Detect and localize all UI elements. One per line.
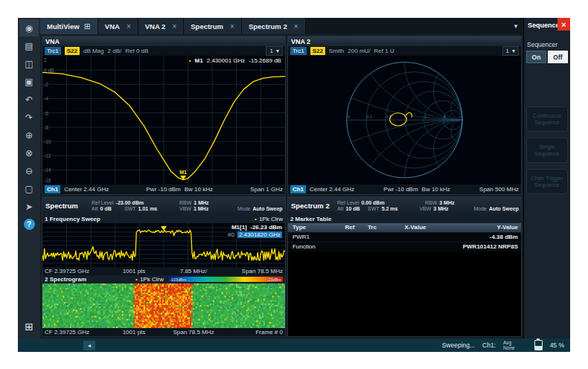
chevron-down-icon: ▾ [512,48,515,54]
window-spectrum2[interactable]: Spectrum 2 Ref Level0.00 dBm RBW3 MHz At… [287,196,522,337]
channel-chip[interactable]: Ch1 [45,185,60,193]
close-icon[interactable]: × [557,18,570,31]
channel-info-bar: Ch1 Center 2.44 GHz Pwr -10 dBm Bw 10 kH… [288,184,521,194]
sequencer-off-button[interactable]: Off [548,51,568,63]
span: Span 500 MHz [479,186,519,193]
tab-multiview[interactable]: MultiView ⊞ [40,18,98,34]
svg-text:0: 0 [348,115,350,119]
tab-vna[interactable]: VNA × [98,18,138,34]
trace-format: Smith [329,48,344,54]
display-icon[interactable]: ▢ [19,180,39,197]
left-toolbar: ◉ ▤ ◫ ▣ ↶ ↷ ⊕ ⊗ ⊖ ▢ ➤ ? ⊞ [18,18,40,338]
svg-text:2: 2 [424,115,426,119]
y-axis-label: -4 [44,96,48,101]
redo-icon[interactable]: ↷ [19,109,39,126]
single-sequence-button[interactable]: Single Sequence [526,138,568,163]
sweep-title-bar: 1 Frequency Sweep • 1Pk Clrw [42,215,285,223]
marker-table-title-bar: 2 Marker Table [288,215,521,223]
smith-chart: 0 0.2 0.5 1 2 5 ∞ [288,56,521,184]
tab-overflow-button[interactable]: ▾ [508,18,523,34]
trace-selector[interactable]: 1 ▾ [502,46,519,56]
sequencer-section-label: Sequencer [524,34,570,51]
center-freq: Center 2.44 GHz [64,186,109,193]
chan-trigger-sequence-button[interactable]: Chan Trigger Sequence [526,169,568,194]
open-icon[interactable]: ▣ [19,73,39,90]
window-vna2[interactable]: VNA 2 Trc1 S22 Smith 200 mU/ Ref 1 U 1 ▾ [287,36,522,195]
windows-icon[interactable]: ⊞ [19,318,39,335]
sequencer-mode-buttons: Continuous Sequence Single Sequence Chan… [524,106,570,194]
trace-chip[interactable]: Trc1 [290,47,307,55]
average-indicator: Avg None [503,340,515,350]
tab-close-icon[interactable]: × [127,22,131,31]
continuous-sequence-button[interactable]: Continuous Sequence [526,106,568,132]
span: Span 1 GHz [250,186,283,193]
tab-close-icon[interactable]: × [172,22,176,31]
window-title: Spectrum [42,202,92,210]
vna-plot [42,56,285,184]
softkey-panel-header: Sequencer × [524,18,570,34]
table-row[interactable]: Function PWR101412 NRP8S [288,242,521,251]
svg-text:5: 5 [444,115,446,119]
spectrogram-canvas [42,283,285,328]
sweep-graph-area[interactable]: M1[1] -26.23 dBm #02.4301820 GHz [42,223,285,268]
softkey-panel: Sequencer × Sequencer On Off Continuous … [523,18,570,338]
smith-chart-area[interactable]: 0 0.2 0.5 1 2 5 ∞ [288,56,521,184]
tab-label: Spectrum [191,22,223,31]
chevron-down-icon: ▾ [514,22,518,30]
page: ◉ ▤ ◫ ▣ ↶ ↷ ⊕ ⊗ ⊖ ▢ ➤ ? ⊞ MultiView ⊞ VN… [0,0,588,369]
window-spectrum[interactable]: Spectrum Ref Level-23.00 dBm RBW1 MHz At… [42,196,286,337]
y-axis-label: -12 [44,153,51,158]
tab-spectrum2[interactable]: Spectrum 2 × [242,18,306,34]
trace-scale: 200 mU/ [348,48,370,54]
undo-icon[interactable]: ↶ [19,91,39,108]
tab-vna2[interactable]: VNA 2 × [138,18,184,34]
zoom-out-icon[interactable]: ⊖ [19,162,39,179]
trace-legend: • 1Pk Clrw [255,216,283,222]
window-vna[interactable]: VNA Trc1 S22 dB Mag 2 dB/ Ref 0 dB 1 ▾ [42,36,286,195]
tab-label: VNA [105,22,120,31]
trace-settings-bar: Trc1 S22 dB Mag 2 dB/ Ref 0 dB 1 ▾ [42,46,285,56]
y-axis-label: -6 [44,110,48,115]
zoom-in-icon[interactable]: ⊕ [19,126,39,144]
spectrogram-axis-bar: CF 2.39725 GHz 1001 pts Span 78.5 MHz Fr… [42,328,285,336]
tab-close-icon[interactable]: × [294,22,298,31]
chevron-down-icon: ▾ [276,48,279,54]
trace-format: dB Mag [83,48,104,54]
channel-chip[interactable]: Ch1 [290,185,306,193]
marker-m1[interactable]: M1 [179,170,187,180]
save-icon[interactable]: ◫ [19,55,39,72]
sweep-axis-bar: CF 2.39725 GHz 1001 pts 7.85 MHz/ Span 7… [42,267,285,275]
y-axis-label: 0 dB [44,68,54,73]
camera-icon[interactable]: ◉ [19,19,39,36]
sparam-chip[interactable]: S22 [310,47,325,55]
marker-table-header: Type Ref Trc X-Value Y-Value [288,223,521,232]
channel-info-bar: Ch1 Center 2.44 GHz Pwr -10 dBm Bw 10 kH… [42,184,285,194]
statusbar-collapse-button[interactable]: ◂ [83,341,95,350]
sweep-status: Sweeping... [442,341,475,349]
trace-chip[interactable]: Trc1 [45,47,61,55]
y-axis-label: -16 [44,178,51,183]
vna-graph-area[interactable]: 2 0 dB -2 -4 -6 -8 -10 -12 -14 -16 • M1 [42,56,285,184]
help-icon[interactable]: ? [19,216,39,233]
pointer-help-icon[interactable]: ➤ [19,198,39,215]
marker-readout: • M1 2.430001 GHz -15.2689 dB [189,57,281,64]
trace-legend: • 1Pk Clrw [135,276,164,283]
tab-label: Spectrum 2 [249,22,287,31]
print-icon[interactable]: ▤ [19,37,39,54]
sequencer-on-button[interactable]: On [526,51,546,63]
zoom-off-icon[interactable]: ⊗ [19,144,39,161]
sparam-chip[interactable]: S22 [65,47,80,55]
window-title: VNA 2 [288,36,521,46]
tab-spectrum[interactable]: Spectrum × [184,18,242,34]
window-header: Spectrum 2 Ref Level0.00 dBm RBW3 MHz At… [288,197,521,215]
marker-m1[interactable] [161,226,167,231]
tab-close-icon[interactable]: × [230,22,234,31]
measurement-settings: Ref Level0.00 dBm RBW3 MHz Att10 dB SWT5… [337,200,521,211]
trace-selector[interactable]: 1 ▾ [266,46,282,56]
battery-icon [534,340,543,350]
tab-label: MultiView [47,22,80,31]
spectrogram-area[interactable] [42,283,285,328]
table-row[interactable]: PWR1 -4.38 dBm [288,232,521,242]
spectrogram-title-bar: 2 Spectrogram • 1Pk Clrw -103dBm -23dBm [42,275,285,283]
power: Pwr -10 dBm [147,186,181,193]
